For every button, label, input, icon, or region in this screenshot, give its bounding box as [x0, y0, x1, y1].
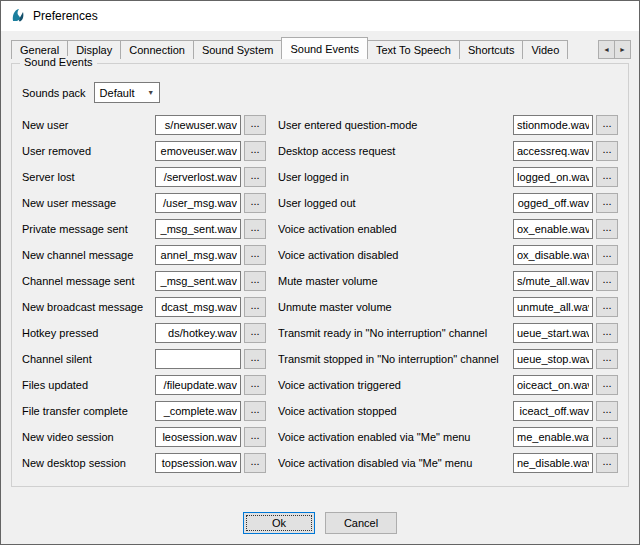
browse-button[interactable]: ...: [244, 219, 266, 239]
sound-file-input[interactable]: [155, 141, 241, 161]
sound-event-label: Mute master volume: [278, 275, 513, 287]
browse-button[interactable]: ...: [244, 349, 266, 369]
sound-event-label: Channel message sent: [22, 275, 155, 287]
sound-file-input[interactable]: [155, 375, 241, 395]
sound-event-label: New video session: [22, 431, 155, 443]
sound-events-column-right: User entered question-mode...Desktop acc…: [278, 115, 618, 479]
browse-button[interactable]: ...: [244, 375, 266, 395]
sound-event-row: Hotkey pressed...: [22, 323, 266, 343]
browse-button[interactable]: ...: [244, 323, 266, 343]
sound-file-input[interactable]: [513, 427, 593, 447]
sound-event-row: Transmit ready in "No interruption" chan…: [278, 323, 618, 343]
sound-event-row: Voice activation disabled...: [278, 245, 618, 265]
tab-scroll-control: ◄ ►: [599, 40, 631, 59]
sound-event-label: User removed: [22, 145, 155, 157]
sound-file-input[interactable]: [155, 245, 241, 265]
browse-button[interactable]: ...: [596, 427, 618, 447]
browse-button[interactable]: ...: [596, 297, 618, 317]
tab-sound-system[interactable]: Sound System: [193, 40, 283, 59]
sound-file-input[interactable]: [155, 349, 241, 369]
sound-event-row: Transmit stopped in "No interruption" ch…: [278, 349, 618, 369]
sound-file-input[interactable]: [155, 323, 241, 343]
sound-event-label: Desktop access request: [278, 145, 513, 157]
sound-file-input[interactable]: [155, 297, 241, 317]
browse-button[interactable]: ...: [244, 245, 266, 265]
sound-file-input[interactable]: [513, 193, 593, 213]
sounds-pack-label: Sounds pack: [22, 87, 86, 99]
tab-video[interactable]: Video: [522, 40, 568, 59]
browse-button[interactable]: ...: [244, 297, 266, 317]
sound-event-row: New user message...: [22, 193, 266, 213]
sound-file-input[interactable]: [155, 193, 241, 213]
sound-file-input[interactable]: [513, 401, 593, 421]
browse-button[interactable]: ...: [244, 193, 266, 213]
sounds-pack-select[interactable]: Default ▼: [94, 82, 160, 103]
tab-bar: GeneralDisplayConnectionSound SystemSoun…: [11, 37, 596, 59]
sound-file-input[interactable]: [513, 271, 593, 291]
sound-event-row: Voice activation triggered...: [278, 375, 618, 395]
browse-button[interactable]: ...: [596, 401, 618, 421]
group-label: Sound Events: [20, 56, 97, 68]
tab-scroll-right-icon[interactable]: ►: [614, 40, 631, 59]
browse-button[interactable]: ...: [596, 453, 618, 473]
browse-button[interactable]: ...: [244, 427, 266, 447]
browse-button[interactable]: ...: [596, 375, 618, 395]
browse-button[interactable]: ...: [596, 193, 618, 213]
browse-button[interactable]: ...: [596, 115, 618, 135]
tab-text-to-speech[interactable]: Text To Speech: [367, 40, 460, 59]
sound-file-input[interactable]: [155, 115, 241, 135]
browse-button[interactable]: ...: [244, 401, 266, 421]
sound-event-row: Desktop access request...: [278, 141, 618, 161]
sound-event-row: Private message sent...: [22, 219, 266, 239]
tab-shortcuts[interactable]: Shortcuts: [459, 40, 523, 59]
tab-connection[interactable]: Connection: [120, 40, 194, 59]
sound-file-input[interactable]: [513, 453, 593, 473]
browse-button[interactable]: ...: [596, 245, 618, 265]
cancel-button[interactable]: Cancel: [325, 512, 397, 534]
browse-button[interactable]: ...: [596, 323, 618, 343]
browse-button[interactable]: ...: [244, 115, 266, 135]
sound-event-row: Voice activation enabled via "Me" menu..…: [278, 427, 618, 447]
sound-file-input[interactable]: [155, 167, 241, 187]
sound-file-input[interactable]: [513, 167, 593, 187]
sound-file-input[interactable]: [155, 427, 241, 447]
sound-file-input[interactable]: [155, 401, 241, 421]
sound-event-label: Voice activation enabled via "Me" menu: [278, 431, 513, 443]
sound-file-input[interactable]: [513, 219, 593, 239]
sounds-pack-row: Sounds pack Default ▼: [22, 82, 618, 103]
browse-button[interactable]: ...: [244, 167, 266, 187]
titlebar: Preferences: [1, 1, 639, 31]
sound-event-row: User logged in...: [278, 167, 618, 187]
sound-file-input[interactable]: [155, 453, 241, 473]
browse-button[interactable]: ...: [596, 167, 618, 187]
browse-button[interactable]: ...: [244, 453, 266, 473]
chevron-down-icon: ▼: [143, 89, 159, 96]
browse-button[interactable]: ...: [596, 349, 618, 369]
browse-button[interactable]: ...: [244, 141, 266, 161]
sound-file-input[interactable]: [513, 349, 593, 369]
browse-button[interactable]: ...: [596, 141, 618, 161]
sound-file-input[interactable]: [513, 245, 593, 265]
sound-event-label: Server lost: [22, 171, 155, 183]
browse-button[interactable]: ...: [596, 219, 618, 239]
sound-file-input[interactable]: [155, 219, 241, 239]
sound-event-label: Transmit ready in "No interruption" chan…: [278, 327, 513, 339]
sound-event-label: New broadcast message: [22, 301, 155, 313]
sound-file-input[interactable]: [513, 297, 593, 317]
ok-button[interactable]: Ok: [243, 512, 315, 534]
tab-sound-events[interactable]: Sound Events: [281, 37, 368, 59]
sound-file-input[interactable]: [513, 375, 593, 395]
sound-event-row: New user...: [22, 115, 266, 135]
browse-button[interactable]: ...: [596, 271, 618, 291]
sound-event-label: Transmit stopped in "No interruption" ch…: [278, 353, 513, 365]
sound-file-input[interactable]: [155, 271, 241, 291]
tab-scroll-left-icon[interactable]: ◄: [598, 40, 615, 59]
browse-button[interactable]: ...: [244, 271, 266, 291]
sound-event-label: New user message: [22, 197, 155, 209]
sound-event-label: User entered question-mode: [278, 119, 513, 131]
sound-event-row: Server lost...: [22, 167, 266, 187]
sound-file-input[interactable]: [513, 141, 593, 161]
sound-file-input[interactable]: [513, 115, 593, 135]
sound-file-input[interactable]: [513, 323, 593, 343]
sound-event-row: New broadcast message...: [22, 297, 266, 317]
